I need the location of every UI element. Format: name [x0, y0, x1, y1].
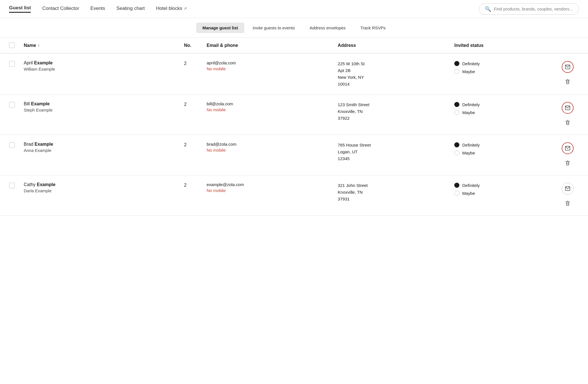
status-definitely-label: Definitely: [462, 183, 480, 188]
status-definitely-label: Definitely: [462, 61, 480, 66]
row-checkbox-1[interactable]: [9, 102, 15, 108]
delete-action-button[interactable]: [563, 118, 573, 128]
nav-tab-guest-list[interactable]: Guest list: [9, 5, 31, 13]
nav-tab-seating-chart[interactable]: Seating chart: [116, 6, 145, 12]
row-email-col: bill@zola.com No mobile: [207, 101, 338, 112]
header-name[interactable]: Name ↑: [24, 43, 184, 48]
row-name-col: Cathy Example Darla Example: [24, 182, 184, 193]
header-check-col: [9, 42, 24, 49]
svg-rect-13: [567, 162, 569, 165]
row-checkbox-2[interactable]: [9, 142, 15, 148]
email-action-button[interactable]: [562, 102, 574, 114]
table-row: Bill Example Steph Example 2 bill@zola.c…: [0, 95, 588, 135]
table-row: Cathy Example Darla Example 2 example@zo…: [0, 175, 588, 216]
row-name-col: April Example William Example: [24, 60, 184, 71]
trash-icon: [565, 79, 570, 85]
row-actions-col: [556, 182, 579, 209]
row-name-col: Brad Example Anna Example: [24, 142, 184, 153]
header-email-phone: Email & phone: [207, 43, 338, 48]
row-email-col: brad@zola.com No mobile: [207, 142, 338, 152]
header-no: No.: [184, 43, 207, 48]
email-action-button[interactable]: [562, 61, 574, 73]
envelope-icon: [565, 186, 570, 191]
guest-secondary-name: Steph Example: [24, 108, 184, 112]
row-address-col: 321 John StreetKnoxville, TN37931: [338, 182, 454, 202]
radio-definitely-icon[interactable]: [454, 61, 459, 66]
row-address-col: 123 Smith StreetKnoxville, TN37922: [338, 101, 454, 122]
top-navigation: Guest list Contact Collector Events Seat…: [0, 0, 588, 18]
sub-nav-track[interactable]: Track RSVPs: [354, 23, 392, 33]
radio-maybe-icon[interactable]: [454, 191, 459, 196]
envelope-icon: [565, 106, 570, 110]
sub-nav-manage[interactable]: Manage guest list: [196, 23, 244, 33]
nav-tab-contact-collector[interactable]: Contact Collector: [42, 6, 79, 12]
select-all-checkbox[interactable]: [9, 42, 15, 48]
radio-maybe-icon[interactable]: [454, 150, 459, 155]
trash-icon: [565, 201, 570, 206]
row-no-col: 2: [184, 101, 207, 107]
row-status-col: Definitely Maybe: [454, 60, 556, 74]
nav-tabs: Guest list Contact Collector Events Seat…: [9, 5, 479, 13]
sub-navigation: Manage guest list Invite guests to event…: [0, 18, 588, 38]
row-actions-col: [556, 142, 579, 168]
row-no-col: 2: [184, 182, 207, 188]
search-bar[interactable]: 🔍: [479, 3, 579, 15]
sub-nav-invite[interactable]: Invite guests to events: [247, 23, 301, 33]
row-status-col: Definitely Maybe: [454, 182, 556, 196]
status-maybe-row: Maybe: [454, 150, 556, 155]
guest-email: brad@zola.com: [207, 142, 338, 147]
row-checkbox-3[interactable]: [9, 183, 15, 188]
svg-rect-7: [567, 121, 569, 125]
guest-secondary-name: William Example: [24, 67, 184, 71]
row-email-col: example@zola.com No mobile: [207, 182, 338, 193]
status-definitely-row: Definitely: [454, 142, 556, 147]
nav-tab-hotel-blocks[interactable]: Hotel blocks ↗: [156, 6, 187, 12]
delete-action-button[interactable]: [563, 77, 573, 87]
status-definitely-label: Definitely: [462, 102, 480, 107]
radio-maybe-icon[interactable]: [454, 69, 459, 74]
radio-definitely-icon[interactable]: [454, 142, 459, 147]
row-status-col: Definitely Maybe: [454, 142, 556, 155]
email-action-button[interactable]: [562, 142, 574, 154]
status-maybe-label: Maybe: [462, 191, 475, 196]
email-action-button[interactable]: [562, 183, 574, 195]
row-check-col: [9, 101, 24, 109]
row-address-col: 765 House StreetLogan, UT12345: [338, 142, 454, 162]
row-checkbox-0[interactable]: [9, 61, 15, 67]
guest-secondary-name: Anna Example: [24, 148, 184, 153]
status-maybe-label: Maybe: [462, 110, 475, 115]
radio-definitely-icon[interactable]: [454, 102, 459, 107]
sort-arrow-icon: ↑: [38, 43, 40, 48]
row-check-col: [9, 60, 24, 68]
status-definitely-row: Definitely: [454, 102, 556, 107]
guest-primary-name: Cathy Example: [24, 182, 184, 187]
sub-nav-address[interactable]: Address envelopes: [303, 23, 352, 33]
radio-definitely-icon[interactable]: [454, 183, 459, 188]
status-maybe-row: Maybe: [454, 69, 556, 74]
external-link-icon: ↗: [183, 6, 187, 11]
delete-action-button[interactable]: [563, 158, 573, 168]
nav-tab-events[interactable]: Events: [90, 6, 105, 12]
envelope-icon: [565, 146, 570, 150]
radio-maybe-icon[interactable]: [454, 110, 459, 115]
status-maybe-label: Maybe: [462, 150, 475, 155]
guest-secondary-name: Darla Example: [24, 188, 184, 193]
row-email-col: april@zola.com No mobile: [207, 60, 338, 71]
delete-action-button[interactable]: [563, 198, 573, 209]
status-maybe-label: Maybe: [462, 69, 475, 74]
guest-email: april@zola.com: [207, 60, 338, 65]
table-row: April Example William Example 2 april@zo…: [0, 54, 588, 95]
svg-rect-1: [567, 80, 569, 84]
search-input[interactable]: [494, 6, 573, 11]
row-address-col: 225 W 10th StApt 2BNew York, NY10014: [338, 60, 454, 88]
row-status-col: Definitely Maybe: [454, 101, 556, 115]
guest-email: bill@zola.com: [207, 101, 338, 106]
table-header: Name ↑ No. Email & phone Address Invited…: [0, 38, 588, 54]
header-address: Address: [338, 43, 454, 48]
search-icon: 🔍: [485, 6, 491, 12]
trash-icon: [565, 160, 570, 166]
no-mobile-label: No mobile: [207, 148, 338, 152]
status-maybe-row: Maybe: [454, 110, 556, 115]
row-actions-col: [556, 60, 579, 87]
no-mobile-label: No mobile: [207, 66, 338, 71]
